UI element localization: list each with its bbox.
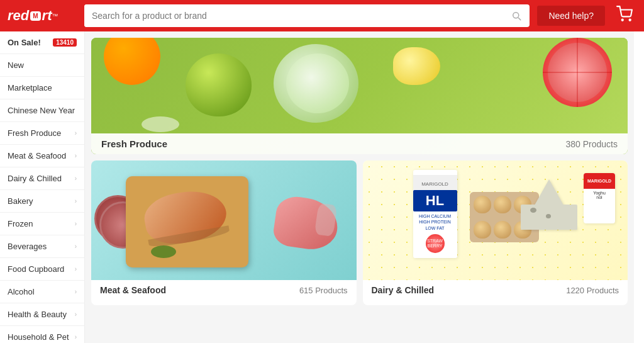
- main-layout: On Sale! 13410 New Marketplace Chinese N…: [0, 31, 644, 343]
- dairy-card-image: MARIGOLD HL HIGH CALCIUM HIGH PROTEIN LO…: [363, 160, 628, 280]
- dairy-card-info: Dairy & Chilled 1220 Products: [363, 280, 628, 300]
- meat-background: [91, 160, 357, 280]
- yogurt-brand: MARIGOLD: [587, 179, 611, 183]
- hero-count: 380 Products: [566, 139, 618, 149]
- search-icon: [511, 10, 522, 21]
- apple-decoration: [186, 53, 252, 116]
- on-sale-badge: 13410: [53, 38, 77, 47]
- svg-point-1: [630, 20, 631, 21]
- sidebar-label-household-pet: Household & Pet: [8, 332, 75, 342]
- orange-decoration: [104, 38, 160, 85]
- yogurt-lid: MARIGOLD: [584, 173, 615, 189]
- sidebar-item-chinese-new-year[interactable]: Chinese New Year: [0, 99, 84, 122]
- sidebar-label-fresh-produce: Fresh Produce: [8, 128, 75, 138]
- search-button[interactable]: [503, 4, 530, 27]
- splash-effect: [142, 116, 179, 132]
- meat-card-image: [91, 160, 357, 280]
- need-help-button[interactable]: Need help?: [537, 6, 605, 26]
- category-card-meat-seafood[interactable]: Meat & Seafood 615 Products: [91, 160, 357, 305]
- yogurt-type: Yoghunol: [584, 189, 615, 201]
- chevron-icon: ›: [75, 243, 77, 250]
- dairy-category-count: 1220 Products: [566, 286, 619, 295]
- sidebar-label-on-sale: On Sale!: [8, 38, 50, 47]
- sidebar-item-beverages[interactable]: Beverages ›: [0, 235, 84, 258]
- search-input[interactable]: [84, 4, 503, 27]
- dairy-background: MARIGOLD HL HIGH CALCIUM HIGH PROTEIN LO…: [363, 160, 628, 280]
- logo-text-left: red: [8, 8, 29, 24]
- sidebar-item-new[interactable]: New: [0, 54, 84, 77]
- chevron-icon: ›: [75, 288, 77, 295]
- sidebar-item-on-sale[interactable]: On Sale! 13410: [0, 31, 84, 54]
- hero-banner[interactable]: Fresh Produce 380 Products: [91, 38, 628, 154]
- sidebar-label-meat-seafood: Meat & Seafood: [8, 151, 75, 160]
- grapefruit-decoration: [543, 38, 612, 107]
- sidebar-label-new: New: [8, 60, 77, 70]
- sidebar-label-chinese-new-year: Chinese New Year: [8, 106, 77, 115]
- chevron-icon: ›: [75, 130, 77, 137]
- sidebar-label-marketplace: Marketplace: [8, 83, 77, 93]
- chevron-icon: ›: [75, 311, 77, 318]
- egg-4: [474, 221, 491, 239]
- sidebar-item-meat-seafood[interactable]: Meat & Seafood ›: [0, 145, 84, 167]
- sidebar-item-frozen[interactable]: Frozen ›: [0, 213, 84, 235]
- sidebar-item-bakery[interactable]: Bakery ›: [0, 190, 84, 213]
- hero-title: Fresh Produce: [101, 138, 167, 149]
- hl-label: HL: [413, 190, 457, 211]
- pork-chop: [271, 194, 340, 252]
- sidebar-item-fresh-produce[interactable]: Fresh Produce ›: [0, 122, 84, 145]
- meat-card-info: Meat & Seafood 615 Products: [91, 280, 357, 300]
- sidebar-label-beverages: Beverages: [8, 242, 75, 251]
- sidebar-item-marketplace[interactable]: Marketplace: [0, 77, 84, 99]
- svg-point-0: [622, 20, 623, 21]
- sidebar: On Sale! 13410 New Marketplace Chinese N…: [0, 31, 85, 343]
- lemon-decoration: [393, 47, 440, 85]
- cabbage-inner: [286, 53, 349, 113]
- egg-2: [494, 196, 511, 213]
- right-panel: [634, 31, 644, 343]
- cutting-board: [126, 176, 248, 267]
- chevron-icon: ›: [75, 152, 77, 159]
- sidebar-item-household-pet[interactable]: Household & Pet ›: [0, 326, 84, 343]
- carton-top: MARIGOLD: [413, 175, 457, 190]
- sidebar-label-health-beauty: Health & Beauty: [8, 310, 75, 319]
- egg-1: [474, 196, 491, 213]
- salmon-fillet: [141, 185, 230, 249]
- sidebar-item-dairy-chilled[interactable]: Dairy & Chilled ›: [0, 167, 84, 190]
- header: red M rt ™ Need help?: [0, 0, 644, 31]
- cart-button[interactable]: [613, 6, 636, 26]
- sidebar-item-alcohol[interactable]: Alcohol ›: [0, 281, 84, 303]
- cart-icon: [616, 6, 633, 22]
- logo-text-right: rt: [42, 8, 52, 24]
- sidebar-item-health-beauty[interactable]: Health & Beauty ›: [0, 303, 84, 326]
- logo-icon: M: [30, 11, 40, 21]
- sidebar-label-dairy-chilled: Dairy & Chilled: [8, 174, 75, 183]
- egg-5: [494, 221, 511, 239]
- hero-info-bar: Fresh Produce 380 Products: [91, 133, 628, 154]
- meat-category-name: Meat & Seafood: [100, 285, 166, 295]
- category-grid: Meat & Seafood 615 Products MARIGOLD HL: [91, 160, 628, 305]
- chevron-icon: ›: [75, 198, 77, 205]
- flavor-badge: STRAW BERRY: [426, 234, 445, 253]
- herb-decoration: [151, 245, 176, 258]
- logo: red M rt ™: [8, 8, 77, 24]
- sidebar-label-frozen: Frozen: [8, 219, 75, 228]
- milk-carton: MARIGOLD HL HIGH CALCIUM HIGH PROTEIN LO…: [413, 170, 457, 258]
- category-card-dairy-chilled[interactable]: MARIGOLD HL HIGH CALCIUM HIGH PROTEIN LO…: [363, 160, 628, 305]
- dairy-category-name: Dairy & Chilled: [372, 285, 435, 295]
- search-bar[interactable]: [84, 4, 530, 27]
- yogurt-container: MARIGOLD Yoghunol: [584, 173, 615, 223]
- logo-trademark: ™: [52, 13, 58, 20]
- chevron-icon: ›: [75, 266, 77, 273]
- sidebar-item-food-cupboard[interactable]: Food Cupboard ›: [0, 258, 84, 281]
- sidebar-label-food-cupboard: Food Cupboard: [8, 264, 75, 274]
- content-area: Fresh Produce 380 Products: [85, 31, 634, 343]
- sidebar-label-bakery: Bakery: [8, 196, 75, 206]
- meat-category-count: 615 Products: [299, 286, 348, 295]
- hl-sub-text: HIGH CALCIUM HIGH PROTEIN LOW FAT: [419, 213, 451, 230]
- chevron-icon: ›: [75, 175, 77, 182]
- sidebar-label-alcohol: Alcohol: [8, 287, 75, 296]
- chevron-icon: ›: [75, 334, 77, 340]
- marigold-label: MARIGOLD: [421, 181, 448, 187]
- chevron-icon: ›: [75, 220, 77, 227]
- cheese-base: [521, 205, 577, 230]
